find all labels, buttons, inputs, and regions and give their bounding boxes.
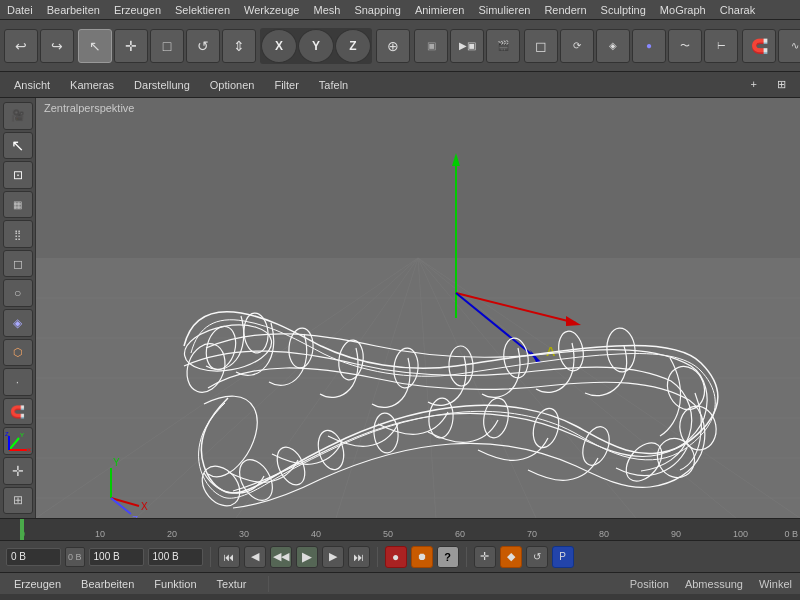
svg-marker-24: [452, 153, 460, 166]
sb-model[interactable]: ◈: [3, 309, 33, 337]
sb-grid[interactable]: ⊞: [3, 487, 33, 515]
play-forward[interactable]: ▶: [296, 546, 318, 568]
primitive-box[interactable]: □: [150, 29, 184, 63]
viewport[interactable]: Zentralperspektive: [36, 98, 800, 518]
svg-point-34: [287, 327, 314, 369]
play-back[interactable]: ◀◀: [270, 546, 292, 568]
bb-funktion[interactable]: Funktion: [148, 577, 202, 591]
sb-move[interactable]: ✛: [3, 457, 33, 485]
menu-mograph[interactable]: MoGraph: [653, 2, 713, 18]
sb-magnet[interactable]: 🧲: [3, 398, 33, 426]
menu-mesh[interactable]: Mesh: [306, 2, 347, 18]
question-btn[interactable]: ?: [437, 546, 459, 568]
step-forward[interactable]: ▶: [322, 546, 344, 568]
menu-bearbeiten[interactable]: Bearbeiten: [40, 2, 107, 18]
magnet-icon[interactable]: 🧲: [742, 29, 776, 63]
svg-line-9: [136, 258, 418, 518]
menu-charak[interactable]: Charak: [713, 2, 762, 18]
wave-icon[interactable]: 〜: [668, 29, 702, 63]
menu-werkzeuge[interactable]: Werkzeuge: [237, 2, 306, 18]
svg-point-35: [336, 339, 365, 382]
playhead-bar[interactable]: [20, 519, 23, 540]
vp-optionen[interactable]: Optionen: [202, 77, 263, 93]
menu-erzeugen[interactable]: Erzeugen: [107, 2, 168, 18]
svg-point-43: [650, 432, 701, 485]
vp-tafeln[interactable]: Tafeln: [311, 77, 356, 93]
world-coord[interactable]: ⊕: [376, 29, 410, 63]
bb-bearbeiten[interactable]: Bearbeiten: [75, 577, 140, 591]
menu-sculpting[interactable]: Sculpting: [594, 2, 653, 18]
move-tool[interactable]: ✛: [114, 29, 148, 63]
sb-checkerboard[interactable]: ▦: [3, 191, 33, 219]
menu-animieren[interactable]: Animieren: [408, 2, 472, 18]
svg-point-50: [314, 428, 348, 473]
coord-y[interactable]: Y: [298, 29, 334, 63]
autokey-btn[interactable]: ⏺: [411, 546, 433, 568]
step-back[interactable]: ◀: [244, 546, 266, 568]
render-anim[interactable]: ▶▣: [450, 29, 484, 63]
coord-x[interactable]: X: [261, 29, 297, 63]
svg-point-36: [392, 347, 419, 389]
cube-icon[interactable]: ◻: [524, 29, 558, 63]
sweep-icon[interactable]: ⟳: [560, 29, 594, 63]
sb-point[interactable]: ·: [3, 368, 33, 396]
sb-axis[interactable]: Y X Z: [3, 427, 33, 455]
sb-dots[interactable]: ⣿: [3, 220, 33, 248]
bb-erzeugen[interactable]: Erzeugen: [8, 577, 67, 591]
vp-filter[interactable]: Filter: [266, 77, 306, 93]
transport-start[interactable]: [6, 548, 61, 566]
boole-icon[interactable]: ●: [632, 29, 666, 63]
loft-icon[interactable]: ◈: [596, 29, 630, 63]
tl-end: 0 B: [784, 529, 798, 539]
select-tool[interactable]: ↖: [78, 29, 112, 63]
menu-datei[interactable]: Datei: [0, 2, 40, 18]
render-preview[interactable]: 🎬: [486, 29, 520, 63]
vp-kameras[interactable]: Kameras: [62, 77, 122, 93]
coord-z[interactable]: Z: [335, 29, 371, 63]
loop-btn[interactable]: ↺: [526, 546, 548, 568]
symmetry-icon[interactable]: ⊢: [704, 29, 738, 63]
menu-simulieren[interactable]: Simulieren: [471, 2, 537, 18]
sb-edge[interactable]: ⬡: [3, 339, 33, 367]
svg-text:X: X: [141, 501, 148, 512]
bb-right-section: Position Abmessung Winkel: [630, 578, 792, 590]
transport-end[interactable]: [89, 548, 144, 566]
render-frame[interactable]: ▣: [414, 29, 448, 63]
svg-text:Z: Z: [5, 431, 9, 437]
go-start[interactable]: ⏮: [218, 546, 240, 568]
menu-rendern[interactable]: Rendern: [537, 2, 593, 18]
svg-point-40: [605, 327, 637, 373]
undo-button[interactable]: ↩: [4, 29, 38, 63]
vp-darstellung[interactable]: Darstellung: [126, 77, 198, 93]
key-btn[interactable]: ◆: [500, 546, 522, 568]
redo-button[interactable]: ↪: [40, 29, 74, 63]
svg-point-38: [501, 337, 530, 380]
svg-marker-26: [566, 316, 581, 326]
svg-line-8: [36, 258, 418, 518]
vp-layout[interactable]: ⊞: [769, 76, 794, 93]
bb-textur[interactable]: Textur: [211, 577, 253, 591]
vp-plus[interactable]: +: [743, 76, 765, 93]
sb-cube[interactable]: ◻: [3, 250, 33, 278]
menu-snapping[interactable]: Snapping: [347, 2, 408, 18]
transport-fps[interactable]: [148, 548, 203, 566]
tl-marker-40: 40: [311, 529, 321, 539]
svg-line-0: [9, 438, 19, 450]
scale-tool[interactable]: ⇕: [222, 29, 256, 63]
menu-selektieren[interactable]: Selektieren: [168, 2, 237, 18]
rotate-tool[interactable]: ↺: [186, 29, 220, 63]
timeline[interactable]: 0 10 20 30 40 50 60 70 80 90 100 0 B: [0, 518, 800, 540]
sb-camera[interactable]: 🎥: [3, 102, 33, 130]
motion-btn[interactable]: P: [552, 546, 574, 568]
sb-sphere[interactable]: ○: [3, 279, 33, 307]
record-btn[interactable]: ●: [385, 546, 407, 568]
sb-select2[interactable]: ⊡: [3, 161, 33, 189]
svg-rect-7: [36, 258, 800, 518]
svg-text:X: X: [27, 447, 31, 453]
vp-ansicht[interactable]: Ansicht: [6, 77, 58, 93]
sb-select1[interactable]: ↖: [3, 132, 33, 160]
spline-icon[interactable]: ∿: [778, 29, 800, 63]
snap-btn[interactable]: ✛: [474, 546, 496, 568]
go-end[interactable]: ⏭: [348, 546, 370, 568]
transport-sep1: [210, 547, 211, 567]
